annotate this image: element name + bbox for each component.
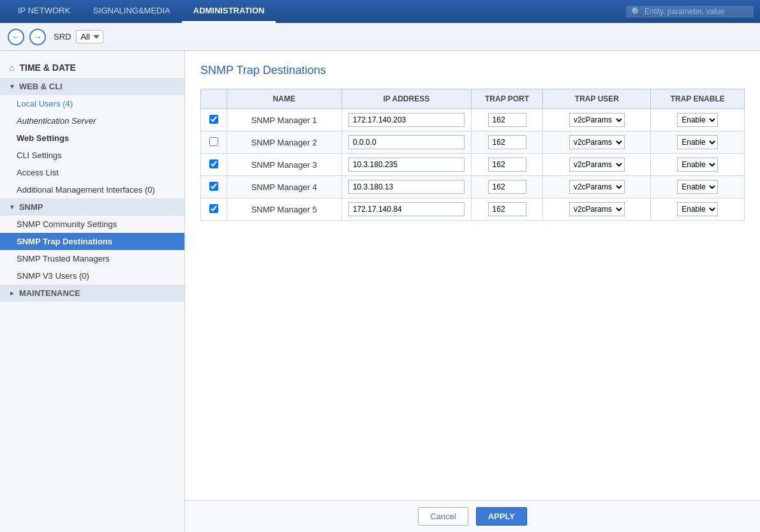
row-1-user-cell: v2cParams bbox=[543, 109, 651, 131]
row-3-ip-cell bbox=[341, 154, 471, 176]
sidebar-access-list[interactable]: Access List bbox=[0, 164, 184, 181]
row-4-checkbox-cell bbox=[201, 176, 227, 198]
row-3-user-cell: v2cParams bbox=[543, 154, 651, 176]
col-header-check bbox=[201, 89, 227, 109]
row-5-user-select[interactable]: v2cParams bbox=[569, 202, 625, 216]
col-header-trap-enable: TRAP ENABLE bbox=[651, 89, 745, 109]
row-4-enable-select[interactable]: Enable bbox=[677, 180, 718, 194]
row-5-enable-cell: Enable bbox=[651, 198, 745, 221]
sidebar-snmp-label: SNMP bbox=[19, 202, 43, 212]
row-4-checkbox[interactable] bbox=[209, 182, 218, 191]
apply-button[interactable]: APPLY bbox=[476, 507, 527, 526]
row-2-ip-input[interactable] bbox=[348, 135, 465, 149]
sidebar-snmp-trusted-managers[interactable]: SNMP Trusted Managers bbox=[0, 250, 184, 267]
arrow-down-icon-snmp: ▼ bbox=[9, 203, 15, 211]
row-3-port-input[interactable] bbox=[488, 158, 526, 172]
sidebar-authentication-server[interactable]: Authentication Server bbox=[0, 112, 184, 129]
sidebar-additional-mgmt[interactable]: Additional Management Interfaces (0) bbox=[0, 181, 184, 198]
row-4-enable-cell: Enable bbox=[651, 176, 745, 198]
cancel-button[interactable]: Cancel bbox=[418, 507, 468, 526]
row-5-ip-input[interactable] bbox=[348, 202, 465, 216]
row-5-enable-select[interactable]: Enable bbox=[677, 202, 718, 216]
row-5-name: SNMP Manager 5 bbox=[227, 198, 341, 221]
row-1-enable-select[interactable]: Enable bbox=[677, 113, 718, 127]
row-2-port-input[interactable] bbox=[488, 135, 526, 149]
sidebar-local-users[interactable]: Local Users (4) bbox=[0, 95, 184, 112]
search-bar: 🔍 bbox=[626, 6, 754, 18]
content-area: SNMP Trap Destinations NAME IP ADDRESS T… bbox=[185, 51, 760, 532]
row-5-checkbox[interactable] bbox=[209, 204, 218, 213]
row-2-checkbox[interactable] bbox=[209, 137, 218, 146]
snmp-table: NAME IP ADDRESS TRAP PORT TRAP USER TRAP… bbox=[200, 89, 745, 221]
sidebar-snmp-v3-users[interactable]: SNMP V3 Users (0) bbox=[0, 267, 184, 284]
content-footer: Cancel APPLY bbox=[185, 500, 760, 532]
table-row: SNMP Manager 3v2cParamsEnable bbox=[201, 154, 745, 176]
secondary-bar: ← → SRD All bbox=[0, 23, 760, 51]
row-3-name: SNMP Manager 3 bbox=[227, 154, 341, 176]
row-4-ip-input[interactable] bbox=[348, 180, 465, 194]
sidebar: ⌂ TIME & DATE ▼ WEB & CLI Local Users (4… bbox=[0, 51, 185, 532]
search-input[interactable] bbox=[645, 7, 747, 16]
sidebar-time-date-label: TIME & DATE bbox=[19, 63, 75, 73]
forward-button[interactable]: → bbox=[29, 29, 46, 45]
nav-signaling-media[interactable]: SIGNALING&MEDIA bbox=[82, 0, 182, 23]
row-4-name: SNMP Manager 4 bbox=[227, 176, 341, 198]
row-3-checkbox[interactable] bbox=[209, 159, 218, 168]
row-3-user-select[interactable]: v2cParams bbox=[569, 158, 625, 172]
col-header-name: NAME bbox=[227, 89, 341, 109]
row-1-enable-cell: Enable bbox=[651, 109, 745, 131]
sidebar-web-settings[interactable]: Web Settings bbox=[0, 129, 184, 147]
row-2-enable-cell: Enable bbox=[651, 131, 745, 154]
row-1-ip-cell bbox=[341, 109, 471, 131]
row-1-name: SNMP Manager 1 bbox=[227, 109, 341, 131]
row-5-user-cell: v2cParams bbox=[543, 198, 651, 221]
row-1-checkbox[interactable] bbox=[209, 115, 218, 124]
row-5-port-input[interactable] bbox=[488, 202, 526, 216]
arrow-down-icon: ▼ bbox=[9, 83, 15, 90]
sidebar-web-cli-header[interactable]: ▼ WEB & CLI bbox=[0, 78, 184, 95]
back-button[interactable]: ← bbox=[8, 29, 24, 45]
arrow-right-icon: ► bbox=[9, 290, 15, 297]
row-2-user-select[interactable]: v2cParams bbox=[569, 135, 625, 149]
nav-administration[interactable]: ADMINISTRATION bbox=[182, 0, 276, 23]
sidebar-cli-settings[interactable]: CLI Settings bbox=[0, 147, 184, 164]
row-1-port-input[interactable] bbox=[488, 113, 526, 127]
row-1-port-cell bbox=[471, 109, 543, 131]
row-1-ip-input[interactable] bbox=[348, 113, 465, 127]
row-2-checkbox-cell bbox=[201, 131, 227, 154]
row-3-enable-cell: Enable bbox=[651, 154, 745, 176]
sidebar-time-date[interactable]: ⌂ TIME & DATE bbox=[0, 57, 184, 78]
sidebar-snmp-trap-destinations[interactable]: SNMP Trap Destinations bbox=[0, 233, 184, 250]
row-3-enable-select[interactable]: Enable bbox=[677, 158, 718, 172]
home-icon: ⌂ bbox=[9, 63, 14, 73]
top-navigation: IP NETWORK SIGNALING&MEDIA ADMINISTRATIO… bbox=[0, 0, 760, 23]
row-2-enable-select[interactable]: Enable bbox=[677, 135, 718, 149]
sidebar-snmp-header[interactable]: ▼ SNMP bbox=[0, 198, 184, 216]
row-2-ip-cell bbox=[341, 131, 471, 154]
row-1-checkbox-cell bbox=[201, 109, 227, 131]
srd-select[interactable]: All bbox=[76, 30, 103, 43]
row-2-port-cell bbox=[471, 131, 543, 154]
sidebar-snmp-community[interactable]: SNMP Community Settings bbox=[0, 216, 184, 233]
row-3-port-cell bbox=[471, 154, 543, 176]
row-3-ip-input[interactable] bbox=[348, 158, 465, 172]
sidebar-maintenance-header[interactable]: ► MAINTENANCE bbox=[0, 284, 184, 302]
table-row: SNMP Manager 1v2cParamsEnable bbox=[201, 109, 745, 131]
col-header-ip: IP ADDRESS bbox=[341, 89, 471, 109]
row-1-user-select[interactable]: v2cParams bbox=[569, 113, 625, 127]
row-2-user-cell: v2cParams bbox=[543, 131, 651, 154]
row-3-checkbox-cell bbox=[201, 154, 227, 176]
col-header-trap-port: TRAP PORT bbox=[471, 89, 543, 109]
row-4-port-input[interactable] bbox=[488, 180, 526, 194]
row-5-ip-cell bbox=[341, 198, 471, 221]
table-row: SNMP Manager 2v2cParamsEnable bbox=[201, 131, 745, 154]
col-header-trap-user: TRAP USER bbox=[543, 89, 651, 109]
row-4-ip-cell bbox=[341, 176, 471, 198]
row-2-name: SNMP Manager 2 bbox=[227, 131, 341, 154]
nav-ip-network[interactable]: IP NETWORK bbox=[6, 0, 82, 23]
row-4-user-cell: v2cParams bbox=[543, 176, 651, 198]
sidebar-web-cli-label: WEB & CLI bbox=[19, 82, 63, 91]
row-4-port-cell bbox=[471, 176, 543, 198]
row-4-user-select[interactable]: v2cParams bbox=[569, 180, 625, 194]
row-5-checkbox-cell bbox=[201, 198, 227, 221]
